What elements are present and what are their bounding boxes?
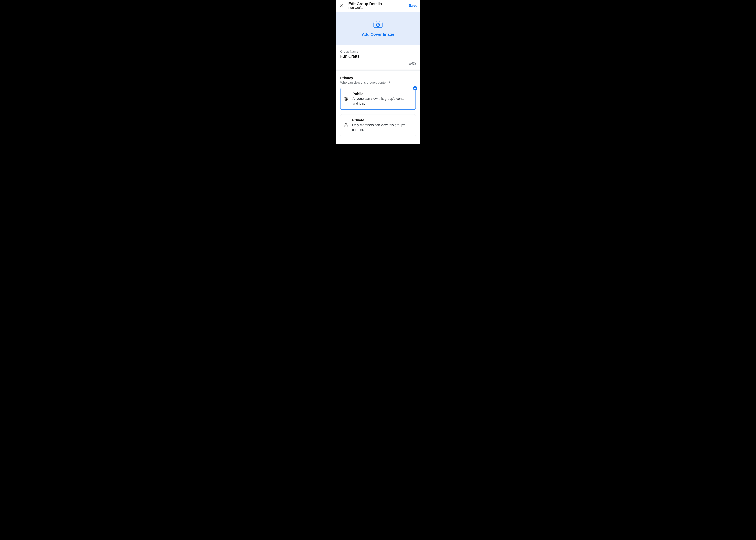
- group-name-input[interactable]: [340, 54, 416, 60]
- lock-icon: [344, 123, 348, 127]
- svg-point-4: [346, 125, 346, 126]
- close-button[interactable]: [338, 3, 344, 8]
- svg-point-1: [378, 24, 379, 25]
- privacy-option-public-text: Public Anyone can view this group's cont…: [353, 92, 412, 106]
- save-button[interactable]: Save: [408, 3, 418, 9]
- globe-icon: [344, 97, 348, 101]
- edit-group-modal: Edit Group Details Fun Crafts Save Add C…: [336, 0, 420, 144]
- close-icon: [339, 4, 343, 7]
- check-icon: [414, 87, 416, 89]
- svg-point-0: [376, 23, 380, 27]
- privacy-option-private-title: Private: [352, 118, 412, 122]
- group-name-counter: 10/50: [340, 62, 416, 66]
- privacy-option-public[interactable]: Public Anyone can view this group's cont…: [340, 88, 416, 110]
- camera-icon: [373, 20, 383, 29]
- privacy-section: Privacy Who can view this group's conten…: [336, 71, 420, 144]
- header-titles: Edit Group Details Fun Crafts: [348, 2, 408, 10]
- privacy-option-private-desc: Only members can view this group's conte…: [352, 123, 412, 132]
- privacy-option-public-title: Public: [353, 92, 412, 96]
- add-cover-label: Add Cover Image: [362, 32, 394, 37]
- modal-title: Edit Group Details: [348, 2, 408, 6]
- modal-subtitle: Fun Crafts: [348, 6, 408, 10]
- privacy-heading: Privacy: [340, 76, 416, 80]
- privacy-subheading: Who can view this group's content?: [340, 81, 416, 84]
- section-divider: [336, 69, 420, 71]
- privacy-option-private[interactable]: Private Only members can view this group…: [340, 114, 416, 136]
- group-name-label: Group Name: [340, 50, 416, 53]
- privacy-option-public-desc: Anyone can view this group's content and…: [353, 96, 412, 106]
- privacy-option-private-text: Private Only members can view this group…: [352, 118, 412, 132]
- group-name-section: Group Name 10/50: [336, 45, 420, 69]
- modal-header: Edit Group Details Fun Crafts Save: [336, 0, 420, 12]
- selected-check-badge: [413, 86, 417, 90]
- add-cover-button[interactable]: Add Cover Image: [336, 12, 420, 45]
